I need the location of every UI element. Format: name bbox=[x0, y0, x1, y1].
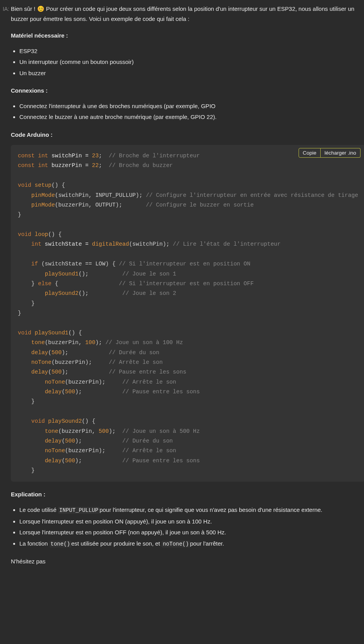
list-item: Connectez l'interrupteur à une des broch… bbox=[19, 101, 364, 111]
explication-title: Explication : bbox=[11, 489, 364, 499]
materiel-list: ESP32Un interrupteur (comme un bouton po… bbox=[11, 46, 364, 78]
assistant-message: IA: Bien sûr ! 😊 Pour créer un code qui … bbox=[0, 4, 357, 567]
intro-post: Pour créer un code qui joue deux sons di… bbox=[11, 5, 354, 22]
code-toolbar: Copie lécharger .ino bbox=[299, 148, 361, 158]
list-item: Connectez le buzzer à une autre broche n… bbox=[19, 112, 364, 122]
list-item: Lorsque l'interrupteur est en position O… bbox=[19, 517, 364, 527]
outro-text: N'hésitez pas bbox=[11, 556, 364, 567]
materiel-title: Matériel nécessaire : bbox=[11, 31, 364, 41]
list-item: La fonction tone()est utilisée pour prod… bbox=[19, 539, 364, 549]
list-item: Un buzzer bbox=[19, 68, 364, 78]
code-title: Code Arduino : bbox=[11, 130, 364, 140]
message-content: Bien sûr ! 😊 Pour créer un code qui joue… bbox=[11, 4, 364, 567]
intro-paragraph: Bien sûr ! 😊 Pour créer un code qui joue… bbox=[11, 4, 364, 24]
list-item: Un interrupteur (comme un bouton poussoi… bbox=[19, 57, 364, 67]
copy-button[interactable]: Copie bbox=[299, 148, 321, 158]
list-item: ESP32 bbox=[19, 46, 364, 56]
connexions-list: Connectez l'interrupteur à une des broch… bbox=[11, 101, 364, 122]
code-block[interactable]: const int switchPin = 23; // Broche de l… bbox=[11, 145, 364, 482]
connexions-title: Connexions : bbox=[11, 86, 364, 96]
intro-pre: Bien sûr ! bbox=[11, 5, 37, 12]
download-ino-button[interactable]: lécharger .ino bbox=[321, 148, 361, 158]
speaker-label: IA: bbox=[0, 4, 11, 567]
list-item: Le code utilisé INPUT_PULLUPpour l'inter… bbox=[19, 505, 364, 515]
smile-emoji: 😊 bbox=[37, 4, 45, 14]
explication-list: Le code utilisé INPUT_PULLUPpour l'inter… bbox=[11, 505, 364, 549]
code-block-container: Copie lécharger .ino const int switchPin… bbox=[11, 145, 364, 482]
list-item: Lorsque l'interrupteur est en position O… bbox=[19, 527, 364, 537]
